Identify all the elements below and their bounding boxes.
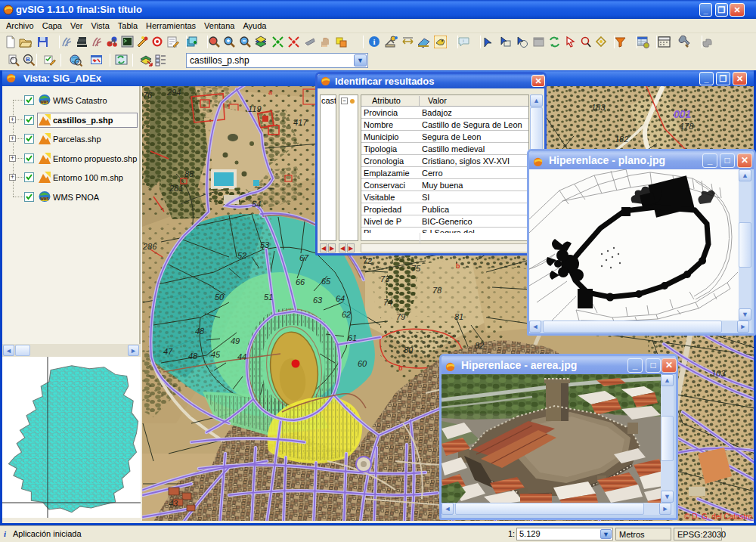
svg-text:72: 72 bbox=[363, 256, 372, 265]
svg-text:65: 65 bbox=[321, 277, 331, 286]
svg-text:WMS: WMS bbox=[41, 197, 49, 201]
svg-text:47: 47 bbox=[163, 347, 173, 356]
svg-text:281: 281 bbox=[169, 184, 183, 193]
svg-text:63: 63 bbox=[313, 296, 323, 305]
svg-text:66: 66 bbox=[296, 277, 305, 286]
svg-text:81: 81 bbox=[454, 312, 463, 321]
svg-text:54: 54 bbox=[252, 200, 261, 209]
svg-text:119: 119 bbox=[248, 104, 262, 113]
svg-text:76: 76 bbox=[143, 91, 153, 100]
svg-text:88: 88 bbox=[184, 169, 194, 178]
svg-text:82: 82 bbox=[475, 341, 484, 350]
svg-text:B: B bbox=[26, 56, 30, 63]
svg-text:60: 60 bbox=[358, 359, 367, 368]
svg-text:001: 001 bbox=[674, 108, 692, 120]
svg-text:51: 51 bbox=[264, 293, 273, 302]
svg-text:b: b bbox=[456, 262, 460, 270]
svg-text:78: 78 bbox=[432, 286, 442, 295]
svg-text:44: 44 bbox=[237, 352, 246, 361]
svg-text:62: 62 bbox=[342, 310, 351, 319]
svg-text:80: 80 bbox=[404, 345, 414, 355]
svg-text:49: 49 bbox=[231, 336, 240, 345]
svg-text:73: 73 bbox=[380, 274, 390, 283]
svg-text:43: 43 bbox=[169, 499, 178, 508]
svg-text:© D. G. del Catastro: © D. G. del Catastro bbox=[684, 513, 753, 521]
svg-text:64: 64 bbox=[336, 294, 345, 303]
svg-text:53: 53 bbox=[260, 240, 270, 249]
svg-text:52: 52 bbox=[237, 251, 246, 260]
svg-text:182: 182 bbox=[615, 135, 628, 144]
svg-text:48: 48 bbox=[188, 352, 198, 361]
svg-text:103: 103 bbox=[711, 369, 726, 378]
svg-text:67: 67 bbox=[299, 253, 309, 262]
svg-text:75: 75 bbox=[411, 264, 421, 273]
svg-text:50: 50 bbox=[215, 293, 225, 302]
svg-text:i: i bbox=[373, 37, 375, 46]
svg-text:61: 61 bbox=[348, 333, 357, 342]
svg-text:79: 79 bbox=[396, 312, 405, 321]
svg-text:74: 74 bbox=[383, 298, 392, 307]
svg-text:WMS: WMS bbox=[41, 101, 49, 104]
svg-text:294: 294 bbox=[166, 88, 181, 97]
svg-text:b: b bbox=[398, 364, 403, 372]
svg-text:178: 178 bbox=[680, 122, 694, 131]
svg-text:417: 417 bbox=[293, 118, 308, 127]
svg-text:183: 183 bbox=[591, 103, 606, 112]
svg-text:i: i bbox=[463, 39, 463, 43]
svg-text:286: 286 bbox=[142, 242, 157, 251]
svg-text:48: 48 bbox=[195, 327, 205, 336]
svg-text:45: 45 bbox=[211, 350, 221, 359]
